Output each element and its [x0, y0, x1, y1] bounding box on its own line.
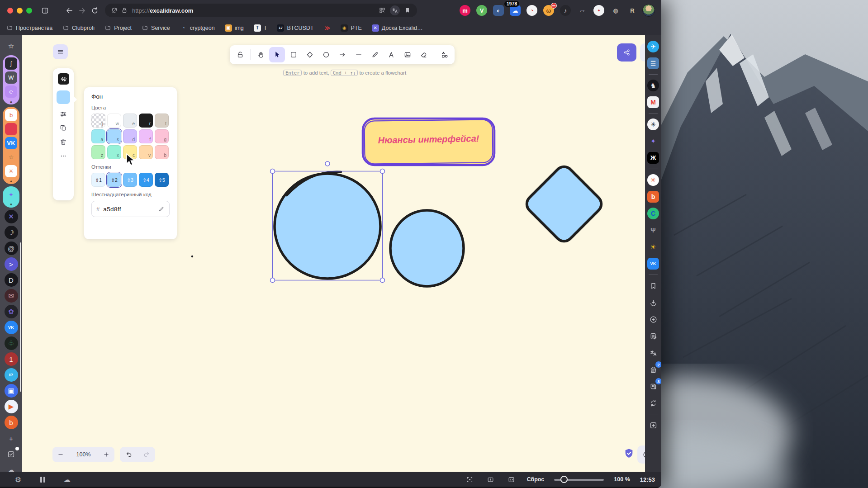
color-swatch-b[interactable]: b	[155, 145, 169, 159]
tab-b-white[interactable]: b	[5, 109, 17, 121]
ext-music-note-icon[interactable]: ♪	[560, 5, 571, 16]
arrow-tool[interactable]	[334, 47, 350, 62]
bm-clubprofi[interactable]: Clubprofi	[62, 24, 95, 31]
ext-cat-icon[interactable]: ω	[543, 5, 554, 16]
reader-tool-icon[interactable]: 3	[647, 380, 659, 392]
ext-blue-moon-icon[interactable]: ◐	[493, 5, 504, 16]
tab-red-dot[interactable]	[5, 123, 17, 135]
text-tool[interactable]	[383, 47, 399, 62]
send-tool-icon[interactable]	[647, 313, 659, 325]
qr-code-icon[interactable]	[377, 5, 387, 15]
shapes-tool[interactable]	[436, 47, 452, 62]
reload-icon[interactable]	[88, 4, 101, 17]
zoom-out-button[interactable]	[52, 447, 69, 462]
tab-b-orange[interactable]: b	[5, 416, 18, 429]
tab-search[interactable]: ℮	[5, 85, 17, 98]
bm-btcusdt[interactable]: 17BTCUSDT	[277, 24, 313, 32]
bm-red-arrows[interactable]: ≫	[323, 24, 331, 32]
translate-tool-icon[interactable]	[647, 347, 659, 359]
bm-service[interactable]: Service	[142, 24, 170, 31]
chatgpt-icon[interactable]: ✳	[647, 118, 659, 130]
ext-green-v-icon[interactable]: V	[476, 5, 487, 16]
notes-tool-icon[interactable]	[647, 330, 659, 342]
tab-gemini[interactable]: ✦	[5, 189, 17, 201]
zoom-level[interactable]: 100%	[69, 451, 98, 458]
tab-wordpress[interactable]: W	[5, 71, 17, 84]
add-tool-icon[interactable]	[647, 419, 659, 431]
traffic-light-close[interactable]	[7, 8, 13, 14]
c-app-icon[interactable]: C	[647, 208, 659, 219]
excalidraw-canvas[interactable]: Нюансы интерфейса!	[22, 35, 645, 472]
user-avatar[interactable]	[642, 4, 655, 17]
tab-group-orange[interactable]: bVK☆✳▲	[3, 107, 19, 184]
traffic-light-fullscreen[interactable]	[26, 8, 32, 14]
zoom-slider[interactable]	[554, 476, 604, 483]
encryption-shield-icon[interactable]	[623, 448, 635, 459]
sticky-note-text[interactable]: Нюансы интерфейса!	[362, 133, 495, 146]
tab-vk-2[interactable]: VK	[5, 321, 18, 334]
tab-bird[interactable]: ☽	[5, 226, 18, 239]
split-view-icon[interactable]	[485, 474, 496, 485]
rectangle-tool[interactable]	[285, 47, 301, 62]
redo-button[interactable]	[143, 451, 150, 458]
telegram-icon[interactable]: ✈	[647, 41, 659, 52]
duplicate-icon[interactable]	[59, 124, 67, 132]
more-options-icon[interactable]	[59, 152, 67, 160]
tab-excalidraw[interactable]: ✕	[5, 210, 18, 223]
bookmark-icon[interactable]	[403, 5, 413, 15]
sun-app-icon[interactable]: ☀	[647, 241, 659, 253]
tab-flower[interactable]: ✿	[5, 305, 18, 318]
bm-img[interactable]: ▣img	[225, 24, 244, 32]
shade-swatch-1[interactable]: ⇧1	[91, 173, 105, 187]
ext-cloud-icon[interactable]: ☁1978	[510, 5, 521, 16]
shade-swatch-3[interactable]: ⇧3	[123, 173, 137, 187]
gmail-icon[interactable]: M	[647, 96, 659, 108]
diamond-tool[interactable]	[302, 47, 318, 62]
tab-at[interactable]: @	[5, 242, 18, 255]
undo-button[interactable]	[125, 451, 133, 458]
robot-app-icon[interactable]: Ж	[647, 152, 659, 164]
address-bar[interactable]: https://excalidraw.com	[105, 4, 417, 17]
shade-swatch-4[interactable]: ⇧4	[139, 173, 153, 187]
tab-monitor[interactable]: ▣	[5, 384, 18, 398]
ext-record-icon[interactable]: ●	[593, 5, 604, 16]
bm-excalidraw-board[interactable]: ✕Доска Excalid…	[372, 24, 423, 32]
tab-mail[interactable]: ✉	[5, 289, 18, 303]
pause-icon[interactable]	[37, 474, 48, 485]
tab-group-purple[interactable]: ∫W℮▲	[3, 55, 19, 104]
tab-play[interactable]: ▶	[5, 400, 18, 413]
tab-group-cyan[interactable]: ✦▼	[3, 186, 19, 208]
sidebar-list-icon[interactable]: ☰	[647, 57, 659, 69]
tab-strip-scrollbar[interactable]	[20, 242, 21, 392]
tab-star-outline[interactable]: ☆	[5, 151, 17, 163]
tab-group-purple-arrow[interactable]: ▲	[9, 99, 13, 104]
zoom-slider-thumb[interactable]	[560, 476, 568, 483]
eyedropper-icon[interactable]	[158, 206, 165, 213]
tab-one[interactable]: 1	[5, 352, 18, 366]
weather-cloud[interactable]: ☁	[5, 463, 18, 472]
ellipse-tool[interactable]	[318, 47, 334, 62]
color-swatch-q[interactable]: q	[91, 114, 105, 128]
sidebar-toggle-icon[interactable]	[38, 4, 51, 17]
image-tool[interactable]	[399, 47, 415, 62]
stroke-color-swatch[interactable]	[58, 73, 69, 85]
ext-flag-icon[interactable]: R	[627, 5, 638, 16]
bm-prostranstva[interactable]: Пространства	[6, 24, 52, 31]
tab-tree[interactable]: ♧	[5, 336, 18, 350]
code-icon[interactable]	[506, 474, 517, 485]
menu-button[interactable]	[53, 44, 68, 59]
back-icon[interactable]	[63, 4, 76, 17]
color-swatch-a[interactable]: a	[91, 129, 105, 143]
share-button[interactable]	[617, 43, 636, 62]
ext-card-icon[interactable]: ▱	[577, 5, 588, 16]
cloud-icon[interactable]: ☁	[62, 474, 72, 485]
new-tab-plus[interactable]: +	[5, 431, 18, 445]
tab-group-orange-arrow[interactable]: ▲	[9, 179, 13, 183]
forward-icon[interactable]	[76, 4, 88, 17]
tab-vk[interactable]: VK	[5, 137, 17, 149]
vk-app-icon[interactable]: VK	[647, 258, 659, 270]
zoom-in-button[interactable]	[98, 447, 114, 462]
hex-value[interactable]: a5d8ff	[103, 206, 150, 213]
color-swatch-s[interactable]: s	[107, 129, 121, 143]
bm-project[interactable]: Project	[104, 24, 132, 31]
